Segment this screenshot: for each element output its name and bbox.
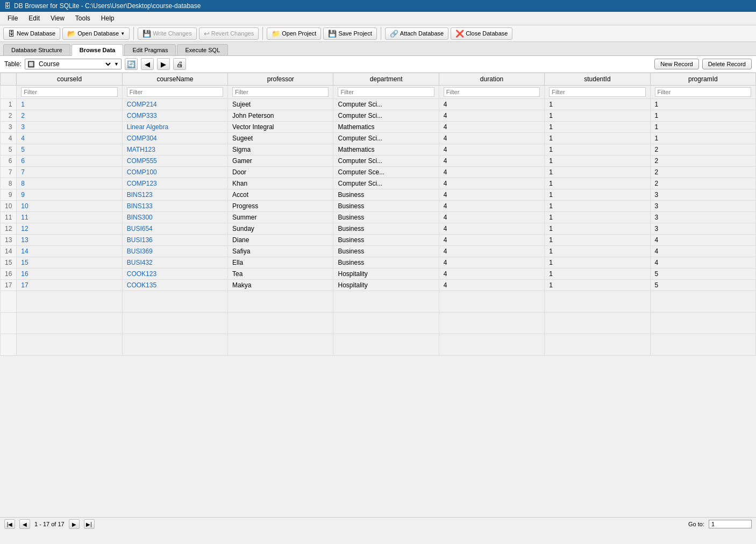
- cell-duration[interactable]: 4: [439, 212, 544, 223]
- cell-duration[interactable]: 4: [439, 110, 544, 122]
- open-project-button[interactable]: 📁Open Project: [267, 27, 321, 40]
- cell-department[interactable]: Business: [333, 257, 439, 269]
- cell-courseName[interactable]: BUSI654: [122, 223, 227, 235]
- cell-professor[interactable]: Khan: [228, 178, 333, 189]
- cell-department[interactable]: Computer Sce...: [333, 167, 439, 178]
- cell-courseName[interactable]: COMP304: [122, 133, 227, 144]
- cell-department[interactable]: Computer Sci...: [333, 178, 439, 189]
- col-header-courseName[interactable]: courseName: [122, 73, 227, 86]
- cell-courseName[interactable]: COOK135: [122, 280, 227, 291]
- cell-courseName[interactable]: COOK123: [122, 269, 227, 280]
- cell-department[interactable]: Business: [333, 223, 439, 235]
- cell-courseName[interactable]: BINS133: [122, 201, 227, 212]
- cell-courseName[interactable]: COMP333: [122, 110, 227, 122]
- cell-studentId[interactable]: 1: [545, 257, 650, 269]
- cell-programId[interactable]: 4: [650, 235, 755, 246]
- cell-department[interactable]: Hospitality: [333, 280, 439, 291]
- cell-courseName[interactable]: BINS300: [122, 212, 227, 223]
- goto-input[interactable]: [709, 520, 752, 528]
- cell-courseId[interactable]: 10: [17, 201, 122, 212]
- cell-programId[interactable]: 5: [650, 269, 755, 280]
- cell-professor[interactable]: Ella: [228, 257, 333, 269]
- filter-courseId-input[interactable]: [21, 87, 117, 97]
- cell-courseId[interactable]: 4: [17, 133, 122, 144]
- col-header-studentId[interactable]: studentId: [545, 73, 650, 86]
- table-row[interactable]: 1313BUSI136DianeBusiness414: [1, 235, 756, 246]
- cell-professor[interactable]: Tea: [228, 269, 333, 280]
- cell-courseId[interactable]: 15: [17, 257, 122, 269]
- refresh-button[interactable]: 🔄: [125, 58, 138, 70]
- cell-courseId[interactable]: 2: [17, 110, 122, 122]
- menu-item-edit[interactable]: Edit: [23, 13, 45, 24]
- delete-record-button[interactable]: Delete Record: [702, 59, 752, 69]
- cell-courseId[interactable]: 17: [17, 280, 122, 291]
- cell-professor[interactable]: Vector Integral: [228, 122, 333, 133]
- cell-professor[interactable]: Safiya: [228, 246, 333, 257]
- cell-studentId[interactable]: 1: [545, 201, 650, 212]
- cell-courseName[interactable]: COMP100: [122, 167, 227, 178]
- prev-button[interactable]: ◀: [141, 58, 154, 70]
- table-row[interactable]: 1616COOK123TeaHospitality415: [1, 269, 756, 280]
- cell-duration[interactable]: 4: [439, 122, 544, 133]
- col-header-duration[interactable]: duration: [439, 73, 544, 86]
- table-row[interactable]: 77COMP100DoorComputer Sce...412: [1, 167, 756, 178]
- cell-programId[interactable]: 3: [650, 189, 755, 201]
- menu-item-help[interactable]: Help: [96, 13, 120, 24]
- cell-department[interactable]: Mathematics: [333, 122, 439, 133]
- filter-professor-input[interactable]: [232, 87, 329, 97]
- col-header-programId[interactable]: programId: [650, 73, 755, 86]
- cell-studentId[interactable]: 1: [545, 133, 650, 144]
- cell-courseName[interactable]: MATH123: [122, 144, 227, 156]
- cell-programId[interactable]: 1: [650, 110, 755, 122]
- table-row[interactable]: 55MATH123SigmaMathematics412: [1, 144, 756, 156]
- next-page-button[interactable]: ▶: [69, 519, 80, 529]
- cell-courseName[interactable]: BUSI432: [122, 257, 227, 269]
- cell-studentId[interactable]: 1: [545, 144, 650, 156]
- cell-professor[interactable]: Sunday: [228, 223, 333, 235]
- filter-programId[interactable]: [650, 86, 755, 99]
- cell-department[interactable]: Hospitality: [333, 269, 439, 280]
- filter-courseName[interactable]: [122, 86, 227, 99]
- cell-courseId[interactable]: 12: [17, 223, 122, 235]
- tab-edit-pragmas[interactable]: Edit Pragmas: [124, 44, 176, 55]
- cell-duration[interactable]: 4: [439, 99, 544, 110]
- open-database-button[interactable]: 📂Open Database ▼: [62, 27, 130, 40]
- cell-courseName[interactable]: COMP123: [122, 178, 227, 189]
- cell-department[interactable]: Business: [333, 246, 439, 257]
- cell-professor[interactable]: Sugeet: [228, 133, 333, 144]
- cell-programId[interactable]: 2: [650, 167, 755, 178]
- prev-page-button[interactable]: ◀: [19, 519, 30, 529]
- cell-duration[interactable]: 4: [439, 144, 544, 156]
- cell-programId[interactable]: 1: [650, 99, 755, 110]
- cell-courseId[interactable]: 11: [17, 212, 122, 223]
- table-row[interactable]: 22COMP333John PetersonComputer Sci...411: [1, 110, 756, 122]
- table-row[interactable]: 1111BINS300SummerBusiness413: [1, 212, 756, 223]
- table-row[interactable]: 33Linear AlgebraVector IntegralMathemati…: [1, 122, 756, 133]
- table-row[interactable]: 66COMP555GamerComputer Sci...412: [1, 156, 756, 167]
- table-row[interactable]: 1717COOK135MakyaHospitality415: [1, 280, 756, 291]
- cell-duration[interactable]: 4: [439, 201, 544, 212]
- cell-courseName[interactable]: BINS123: [122, 189, 227, 201]
- cell-studentId[interactable]: 1: [545, 167, 650, 178]
- cell-duration[interactable]: 4: [439, 257, 544, 269]
- cell-programId[interactable]: 3: [650, 223, 755, 235]
- filter-department-input[interactable]: [338, 87, 434, 97]
- cell-courseId[interactable]: 9: [17, 189, 122, 201]
- cell-courseId[interactable]: 6: [17, 156, 122, 167]
- menu-item-tools[interactable]: Tools: [70, 13, 96, 24]
- cell-department[interactable]: Computer Sci...: [333, 133, 439, 144]
- cell-department[interactable]: Computer Sci...: [333, 99, 439, 110]
- cell-courseName[interactable]: BUSI136: [122, 235, 227, 246]
- table-row[interactable]: 1212BUSI654SundayBusiness413: [1, 223, 756, 235]
- table-row[interactable]: 44COMP304SugeetComputer Sci...411: [1, 133, 756, 144]
- cell-professor[interactable]: Sigma: [228, 144, 333, 156]
- cell-duration[interactable]: 4: [439, 246, 544, 257]
- cell-duration[interactable]: 4: [439, 280, 544, 291]
- cell-courseId[interactable]: 14: [17, 246, 122, 257]
- tab-browse-data[interactable]: Browse Data: [72, 44, 124, 56]
- print-button[interactable]: 🖨: [173, 58, 186, 70]
- cell-professor[interactable]: Door: [228, 167, 333, 178]
- table-row[interactable]: 1414BUSI369SafiyaBusiness414: [1, 246, 756, 257]
- table-row[interactable]: 11COMP214SujeetComputer Sci...411: [1, 99, 756, 110]
- cell-programId[interactable]: 4: [650, 246, 755, 257]
